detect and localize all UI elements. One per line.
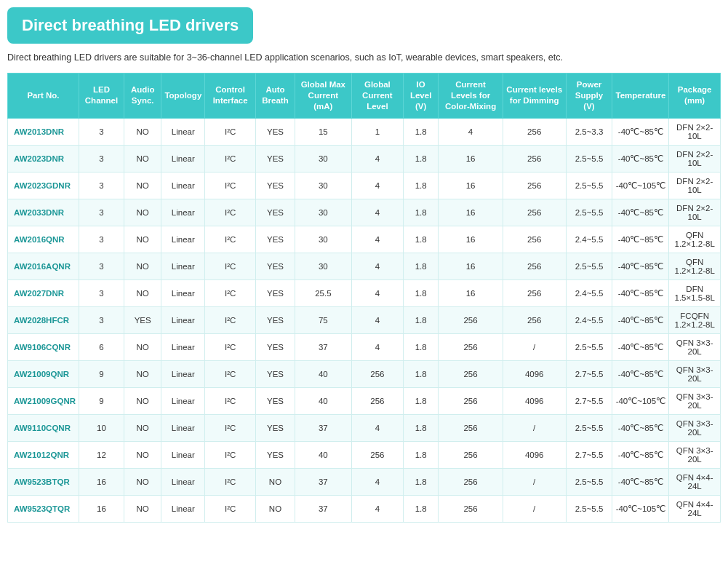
table-cell-2-3: Linear [161, 172, 205, 199]
table-body: AW2013DNR3NOLinearI²CYES1511.842562.5~3.… [8, 118, 721, 522]
table-cell-5-3: Linear [161, 253, 205, 279]
table-cell-12-13: QFN 3×3-20L [669, 441, 721, 468]
table-cell-8-5: YES [256, 333, 295, 360]
table-cell-9-4: I²C [205, 360, 256, 387]
table-cell-12-11: 2.7~5.5 [566, 441, 612, 468]
table-cell-6-2: NO [124, 279, 161, 306]
table-cell-11-9: 256 [439, 414, 503, 441]
header-cell-12: Temperature [612, 74, 669, 119]
table-cell-2-7: 4 [351, 172, 403, 199]
table-cell-10-11: 2.7~5.5 [566, 387, 612, 414]
table-cell-10-1: 9 [79, 387, 124, 414]
table-cell-2-10: 256 [503, 172, 566, 199]
table-cell-3-5: YES [256, 199, 295, 226]
table-row: AW9106CQNR6NOLinearI²CYES3741.8256/2.5~5… [8, 333, 721, 360]
table-cell-4-3: Linear [161, 226, 205, 253]
table-cell-10-5: YES [256, 387, 295, 414]
page-title: Direct breathing LED drivers [22, 16, 239, 35]
table-cell-7-9: 256 [439, 306, 503, 333]
table-cell-10-0: AW21009GQNR [8, 387, 79, 414]
header-cell-0: Part No. [8, 74, 79, 119]
table-cell-11-0: AW9110CQNR [8, 414, 79, 441]
table-cell-5-1: 3 [79, 253, 124, 279]
table-cell-5-5: YES [256, 253, 295, 279]
table-cell-3-2: NO [124, 199, 161, 226]
table-row: AW9523BTQR16NOLinearI²CNO3741.8256/2.5~5… [8, 468, 721, 495]
header-cell-3: Topology [161, 74, 205, 119]
table-row: AW2016AQNR3NOLinearI²CYES3041.8162562.5~… [8, 253, 721, 279]
table-cell-8-9: 256 [439, 333, 503, 360]
table-cell-10-12: -40℃~105℃ [612, 387, 669, 414]
table-cell-13-1: 16 [79, 468, 124, 495]
table-cell-11-3: Linear [161, 414, 205, 441]
table-row: AW21009QNR9NOLinearI²CYES402561.82564096… [8, 360, 721, 387]
table-cell-1-8: 1.8 [404, 145, 439, 172]
table-cell-14-11: 2.5~5.5 [566, 495, 612, 522]
table-cell-1-1: 3 [79, 145, 124, 172]
table-row: AW9523QTQR16NOLinearI²CNO3741.8256/2.5~5… [8, 495, 721, 522]
table-cell-3-10: 256 [503, 199, 566, 226]
table-cell-13-11: 2.5~5.5 [566, 468, 612, 495]
table-cell-13-3: Linear [161, 468, 205, 495]
table-cell-5-10: 256 [503, 253, 566, 279]
table-cell-10-13: QFN 3×3-20L [669, 387, 721, 414]
table-cell-9-5: YES [256, 360, 295, 387]
table-cell-14-4: I²C [205, 495, 256, 522]
table-cell-10-8: 1.8 [404, 387, 439, 414]
table-cell-8-12: -40℃~85℃ [612, 333, 669, 360]
table-cell-0-3: Linear [161, 118, 205, 145]
table-cell-7-4: I²C [205, 306, 256, 333]
table-cell-11-6: 37 [295, 414, 351, 441]
header-cell-5: Auto Breath [256, 74, 295, 119]
table-cell-4-0: AW2016QNR [8, 226, 79, 253]
table-cell-4-12: -40℃~85℃ [612, 226, 669, 253]
table-cell-0-0: AW2013DNR [8, 118, 79, 145]
table-cell-12-10: 4096 [503, 441, 566, 468]
table-cell-4-10: 256 [503, 226, 566, 253]
table-cell-2-8: 1.8 [404, 172, 439, 199]
table-cell-6-12: -40℃~85℃ [612, 279, 669, 306]
table-cell-9-13: QFN 3×3-20L [669, 360, 721, 387]
table-cell-7-5: YES [256, 306, 295, 333]
table-cell-1-4: I²C [205, 145, 256, 172]
table-cell-4-6: 30 [295, 226, 351, 253]
table-cell-13-0: AW9523BTQR [8, 468, 79, 495]
table-cell-10-7: 256 [351, 387, 403, 414]
table-cell-1-3: Linear [161, 145, 205, 172]
table-cell-4-9: 16 [439, 226, 503, 253]
table-cell-10-2: NO [124, 387, 161, 414]
table-cell-10-6: 40 [295, 387, 351, 414]
table-cell-0-7: 1 [351, 118, 403, 145]
table-cell-7-12: -40℃~85℃ [612, 306, 669, 333]
table-cell-8-13: QFN 3×3-20L [669, 333, 721, 360]
table-cell-5-12: -40℃~85℃ [612, 253, 669, 279]
table-cell-10-3: Linear [161, 387, 205, 414]
table-cell-7-2: YES [124, 306, 161, 333]
header-cell-10: Current levels for Dimming [503, 74, 566, 119]
table-cell-8-1: 6 [79, 333, 124, 360]
table-cell-2-12: -40℃~105℃ [612, 172, 669, 199]
table-cell-8-0: AW9106CQNR [8, 333, 79, 360]
table-cell-0-9: 4 [439, 118, 503, 145]
table-cell-1-6: 30 [295, 145, 351, 172]
table-cell-14-8: 1.8 [404, 495, 439, 522]
table-cell-5-11: 2.5~5.5 [566, 253, 612, 279]
table-cell-10-10: 4096 [503, 387, 566, 414]
table-cell-9-12: -40℃~85℃ [612, 360, 669, 387]
table-row: AW2016QNR3NOLinearI²CYES3041.8162562.4~5… [8, 226, 721, 253]
table-cell-3-12: -40℃~85℃ [612, 199, 669, 226]
table-cell-13-8: 1.8 [404, 468, 439, 495]
table-cell-2-6: 30 [295, 172, 351, 199]
table-cell-13-2: NO [124, 468, 161, 495]
table-cell-4-2: NO [124, 226, 161, 253]
table-cell-3-9: 16 [439, 199, 503, 226]
table-cell-0-13: DFN 2×2-10L [669, 118, 721, 145]
table-cell-13-9: 256 [439, 468, 503, 495]
header-cell-4: Control Interface [205, 74, 256, 119]
table-cell-0-5: YES [256, 118, 295, 145]
table-cell-8-10: / [503, 333, 566, 360]
table-cell-14-3: Linear [161, 495, 205, 522]
table-cell-1-0: AW2023DNR [8, 145, 79, 172]
table-row: AW21012QNR12NOLinearI²CYES402561.8256409… [8, 441, 721, 468]
table-cell-9-1: 9 [79, 360, 124, 387]
